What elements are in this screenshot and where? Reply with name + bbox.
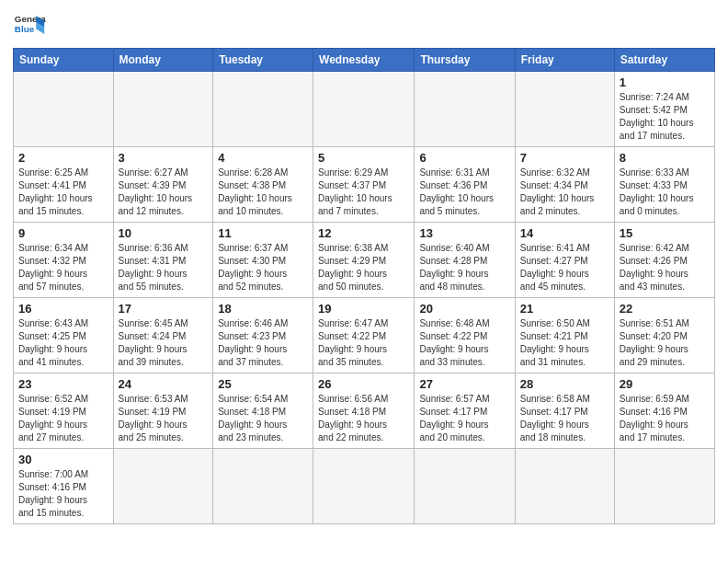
day-number: 25 xyxy=(218,377,308,391)
day-info: Sunrise: 6:52 AM Sunset: 4:19 PM Dayligh… xyxy=(18,393,108,444)
day-number: 6 xyxy=(419,151,509,165)
day-number: 5 xyxy=(318,151,409,165)
calendar-cell: 12Sunrise: 6:38 AM Sunset: 4:29 PM Dayli… xyxy=(313,223,415,298)
generalblue-logo-icon: General Blue xyxy=(13,9,46,42)
calendar-cell: 5Sunrise: 6:29 AM Sunset: 4:37 PM Daylig… xyxy=(313,147,415,223)
day-info: Sunrise: 6:58 AM Sunset: 4:17 PM Dayligh… xyxy=(520,393,609,444)
calendar-cell: 25Sunrise: 6:54 AM Sunset: 4:18 PM Dayli… xyxy=(213,373,313,449)
header: General Blue xyxy=(13,9,715,42)
day-number: 14 xyxy=(520,226,609,240)
day-number: 15 xyxy=(620,226,710,240)
day-number: 2 xyxy=(18,151,108,165)
weekday-header-monday: Monday xyxy=(113,49,213,72)
day-info: Sunrise: 6:45 AM Sunset: 4:24 PM Dayligh… xyxy=(119,317,209,369)
day-info: Sunrise: 6:42 AM Sunset: 4:26 PM Dayligh… xyxy=(620,242,710,293)
day-info: Sunrise: 6:40 AM Sunset: 4:28 PM Dayligh… xyxy=(419,242,509,293)
day-number: 29 xyxy=(620,377,710,391)
calendar-cell: 6Sunrise: 6:31 AM Sunset: 4:36 PM Daylig… xyxy=(415,147,515,223)
day-number: 21 xyxy=(520,302,609,316)
calendar-week-row: 16Sunrise: 6:43 AM Sunset: 4:25 PM Dayli… xyxy=(14,298,715,373)
calendar-cell: 21Sunrise: 6:50 AM Sunset: 4:21 PM Dayli… xyxy=(515,298,614,373)
day-number: 4 xyxy=(218,151,308,165)
day-number: 11 xyxy=(218,226,308,240)
svg-text:Blue: Blue xyxy=(15,24,35,34)
weekday-header-wednesday: Wednesday xyxy=(313,49,415,72)
day-number: 24 xyxy=(119,377,209,391)
day-info: Sunrise: 6:46 AM Sunset: 4:23 PM Dayligh… xyxy=(218,317,308,369)
day-info: Sunrise: 6:50 AM Sunset: 4:21 PM Dayligh… xyxy=(520,317,609,369)
calendar-cell: 20Sunrise: 6:48 AM Sunset: 4:22 PM Dayli… xyxy=(415,298,515,373)
calendar-cell: 29Sunrise: 6:59 AM Sunset: 4:16 PM Dayli… xyxy=(614,373,714,449)
calendar-cell: 4Sunrise: 6:28 AM Sunset: 4:38 PM Daylig… xyxy=(213,147,313,223)
calendar-cell: 18Sunrise: 6:46 AM Sunset: 4:23 PM Dayli… xyxy=(213,298,313,373)
day-info: Sunrise: 7:00 AM Sunset: 4:16 PM Dayligh… xyxy=(18,468,108,520)
calendar-cell xyxy=(113,72,213,147)
day-number: 1 xyxy=(620,75,710,89)
day-number: 26 xyxy=(318,377,409,391)
weekday-header-tuesday: Tuesday xyxy=(213,49,313,72)
calendar-cell: 15Sunrise: 6:42 AM Sunset: 4:26 PM Dayli… xyxy=(614,223,714,298)
calendar-cell: 9Sunrise: 6:34 AM Sunset: 4:32 PM Daylig… xyxy=(14,223,114,298)
day-info: Sunrise: 6:48 AM Sunset: 4:22 PM Dayligh… xyxy=(419,317,509,369)
calendar-week-row: 23Sunrise: 6:52 AM Sunset: 4:19 PM Dayli… xyxy=(14,373,715,449)
calendar-cell: 1Sunrise: 7:24 AM Sunset: 5:42 PM Daylig… xyxy=(614,72,714,147)
day-info: Sunrise: 6:56 AM Sunset: 4:18 PM Dayligh… xyxy=(318,393,409,444)
day-info: Sunrise: 6:38 AM Sunset: 4:29 PM Dayligh… xyxy=(318,242,409,293)
day-number: 13 xyxy=(419,226,509,240)
day-number: 8 xyxy=(620,151,710,165)
calendar-cell: 7Sunrise: 6:32 AM Sunset: 4:34 PM Daylig… xyxy=(515,147,614,223)
day-info: Sunrise: 6:43 AM Sunset: 4:25 PM Dayligh… xyxy=(18,317,108,369)
day-info: Sunrise: 6:28 AM Sunset: 4:38 PM Dayligh… xyxy=(218,167,308,218)
calendar-cell: 11Sunrise: 6:37 AM Sunset: 4:30 PM Dayli… xyxy=(213,223,313,298)
day-info: Sunrise: 6:25 AM Sunset: 4:41 PM Dayligh… xyxy=(18,167,108,218)
calendar-cell: 16Sunrise: 6:43 AM Sunset: 4:25 PM Dayli… xyxy=(14,298,114,373)
day-info: Sunrise: 6:47 AM Sunset: 4:22 PM Dayligh… xyxy=(318,317,409,369)
calendar-cell xyxy=(313,72,415,147)
day-number: 12 xyxy=(318,226,409,240)
day-number: 3 xyxy=(119,151,209,165)
calendar-cell xyxy=(213,449,313,524)
calendar-cell: 10Sunrise: 6:36 AM Sunset: 4:31 PM Dayli… xyxy=(113,223,213,298)
day-number: 22 xyxy=(620,302,710,316)
calendar-cell: 27Sunrise: 6:57 AM Sunset: 4:17 PM Dayli… xyxy=(415,373,515,449)
day-number: 9 xyxy=(18,226,108,240)
day-number: 19 xyxy=(318,302,409,316)
calendar-cell xyxy=(313,449,415,524)
day-number: 18 xyxy=(218,302,308,316)
day-info: Sunrise: 6:34 AM Sunset: 4:32 PM Dayligh… xyxy=(18,242,108,293)
calendar-cell xyxy=(515,449,614,524)
calendar-cell: 28Sunrise: 6:58 AM Sunset: 4:17 PM Dayli… xyxy=(515,373,614,449)
day-info: Sunrise: 6:31 AM Sunset: 4:36 PM Dayligh… xyxy=(419,167,509,218)
calendar-cell: 23Sunrise: 6:52 AM Sunset: 4:19 PM Dayli… xyxy=(14,373,114,449)
day-number: 27 xyxy=(419,377,509,391)
calendar-cell: 17Sunrise: 6:45 AM Sunset: 4:24 PM Dayli… xyxy=(113,298,213,373)
day-info: Sunrise: 6:33 AM Sunset: 4:33 PM Dayligh… xyxy=(620,167,710,218)
day-info: Sunrise: 6:27 AM Sunset: 4:39 PM Dayligh… xyxy=(119,167,209,218)
calendar-cell xyxy=(515,72,614,147)
calendar-week-row: 1Sunrise: 7:24 AM Sunset: 5:42 PM Daylig… xyxy=(14,72,715,147)
day-number: 30 xyxy=(18,453,108,466)
day-info: Sunrise: 6:36 AM Sunset: 4:31 PM Dayligh… xyxy=(119,242,209,293)
day-info: Sunrise: 6:53 AM Sunset: 4:19 PM Dayligh… xyxy=(119,393,209,444)
day-number: 28 xyxy=(520,377,609,391)
calendar-table: SundayMondayTuesdayWednesdayThursdayFrid… xyxy=(13,48,715,524)
logo: General Blue xyxy=(13,9,46,42)
calendar-cell xyxy=(213,72,313,147)
day-info: Sunrise: 6:54 AM Sunset: 4:18 PM Dayligh… xyxy=(218,393,308,444)
calendar-cell xyxy=(415,72,515,147)
page: General Blue SundayMondayTuesdayWednesda… xyxy=(0,0,728,537)
calendar-cell: 24Sunrise: 6:53 AM Sunset: 4:19 PM Dayli… xyxy=(113,373,213,449)
calendar-cell xyxy=(113,449,213,524)
calendar-cell xyxy=(415,449,515,524)
day-info: Sunrise: 6:41 AM Sunset: 4:27 PM Dayligh… xyxy=(520,242,609,293)
day-info: Sunrise: 6:59 AM Sunset: 4:16 PM Dayligh… xyxy=(620,393,710,444)
day-info: Sunrise: 7:24 AM Sunset: 5:42 PM Dayligh… xyxy=(620,91,710,143)
day-info: Sunrise: 6:29 AM Sunset: 4:37 PM Dayligh… xyxy=(318,167,409,218)
day-number: 17 xyxy=(119,302,209,316)
day-info: Sunrise: 6:37 AM Sunset: 4:30 PM Dayligh… xyxy=(218,242,308,293)
calendar-cell: 2Sunrise: 6:25 AM Sunset: 4:41 PM Daylig… xyxy=(14,147,114,223)
calendar-cell: 8Sunrise: 6:33 AM Sunset: 4:33 PM Daylig… xyxy=(614,147,714,223)
calendar-cell: 14Sunrise: 6:41 AM Sunset: 4:27 PM Dayli… xyxy=(515,223,614,298)
day-info: Sunrise: 6:32 AM Sunset: 4:34 PM Dayligh… xyxy=(520,167,609,218)
day-number: 16 xyxy=(18,302,108,316)
